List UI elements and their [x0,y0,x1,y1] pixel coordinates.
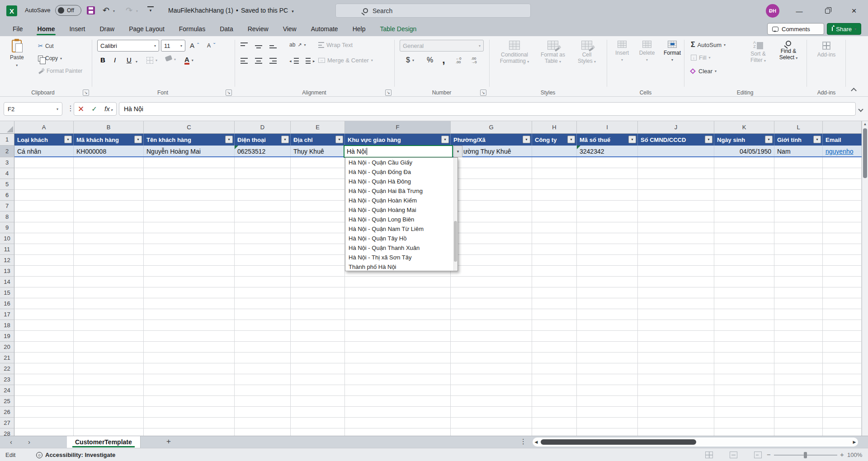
decrease-font-button[interactable]: A [207,42,215,49]
column-header-I[interactable]: I [577,121,638,134]
column-header-L[interactable]: L [774,121,823,134]
search-input[interactable]: Search [335,4,531,18]
row-header-10[interactable]: 10 [0,233,14,244]
tab-home[interactable]: Home [30,23,62,36]
cell-B2[interactable]: KH000008 [74,146,144,157]
scroll-up-icon[interactable]: ▲ [862,122,868,126]
row-header-17[interactable]: 17 [0,309,14,320]
filter-button[interactable]: ▾ [765,136,773,143]
increase-indent-button[interactable]: ▸ [306,58,315,64]
increase-font-button[interactable]: A [190,42,199,49]
align-middle-button[interactable] [255,42,262,48]
filter-button[interactable]: ▾ [134,136,142,143]
column-header-C[interactable]: C [144,121,235,134]
tab-table-design[interactable]: Table Design [373,23,424,36]
row-header-4[interactable]: 4 [0,168,14,179]
header-cell-L[interactable]: Giới tính▾ [774,134,823,146]
underline-chevron-icon[interactable]: ▾ [136,60,137,64]
add-sheet-button[interactable]: + [166,437,171,446]
row-header-25[interactable]: 25 [0,396,14,407]
insert-function-button[interactable]: fx ▾ [104,105,113,113]
page-break-view-button[interactable] [754,452,762,458]
header-cell-B[interactable]: Mã khách hàng▾ [74,134,144,146]
autosum-button[interactable]: Σ AutoSum ▾ [691,41,726,49]
column-header-E[interactable]: E [291,121,345,134]
zoom-out-button[interactable]: − [767,451,771,458]
formula-input[interactable]: Hà Nội [119,102,856,116]
column-header-D[interactable]: D [235,121,291,134]
tab-view[interactable]: View [276,23,304,36]
row-header-7[interactable]: 7 [0,201,14,212]
dropdown-item[interactable]: Hà Nội - Quận Nam Từ Liêm [345,224,458,234]
tab-insert[interactable]: Insert [62,23,92,36]
cancel-button[interactable]: ✕ [78,104,84,114]
select-all-corner[interactable] [0,121,14,134]
close-button[interactable]: × [844,0,864,22]
tab-data[interactable]: Data [212,23,241,36]
vertical-scrollbar[interactable]: ▲ [862,121,868,436]
tab-automate[interactable]: Automate [304,23,345,36]
header-cell-email[interactable]: Email [823,134,862,146]
cut-button[interactable]: ✂ Cut [38,42,54,49]
header-cell-A[interactable]: Loại khách▾ [14,134,74,146]
font-color-button[interactable]: A▾ [184,56,193,65]
filter-button[interactable]: ▾ [335,136,343,143]
align-bottom-button[interactable] [269,42,277,48]
dropdown-item[interactable]: Hà Nội - Quận Hoàn Kiếm [345,196,458,205]
paste-button[interactable]: Paste ▾ [10,40,24,69]
row-header-5[interactable]: 5 [0,179,14,190]
row-header-18[interactable]: 18 [0,320,14,331]
comma-style-button[interactable]: , [442,53,445,66]
copy-button[interactable]: Copy ▾ [38,55,62,61]
decrease-decimal-button[interactable]: .00→0 [471,57,476,64]
name-box[interactable]: F2 ▾ [4,102,62,116]
header-cell-D[interactable]: Điện thoại▾ [235,134,291,146]
align-left-button[interactable] [241,58,248,64]
zoom-slider[interactable] [774,455,837,456]
clipboard-dialog-launcher-icon[interactable]: ↘ [83,89,89,96]
row-header-19[interactable]: 19 [0,331,14,342]
sheet-options-icon[interactable]: ⋮ [520,437,527,446]
filter-button[interactable]: ▾ [441,136,449,143]
row-header-24[interactable]: 24 [0,385,14,396]
normal-view-button[interactable] [705,452,713,458]
filter-button[interactable]: ▾ [567,136,575,143]
column-header-H[interactable]: H [532,121,577,134]
alignment-dialog-launcher-icon[interactable]: ↘ [385,89,392,96]
align-top-button[interactable] [241,42,248,48]
comments-button[interactable]: Comments [767,23,824,35]
percent-button[interactable]: % [427,56,433,64]
share-button[interactable]: Share ▾ [827,23,861,35]
cell-L2[interactable]: Nam [774,146,823,157]
sheet-nav-next-icon[interactable]: › [28,438,30,446]
find-select-button[interactable]: Find &Select ▾ [775,41,802,61]
row-header-20[interactable]: 20 [0,342,14,353]
dropdown-item[interactable]: Hà Nội - Quận Hoàng Mai [345,205,458,215]
vertical-scrollbar-thumb[interactable] [863,128,867,178]
collapse-ribbon-icon[interactable] [851,88,857,94]
minimize-button[interactable]: — [789,0,810,22]
cell-J2[interactable] [638,146,714,157]
row-header-12[interactable]: 12 [0,255,14,266]
tab-review[interactable]: Review [241,23,276,36]
align-right-button[interactable] [269,58,277,64]
header-cell-C[interactable]: Tên khách hàng▾ [144,134,235,146]
row-header-23[interactable]: 23 [0,374,14,385]
dropdown-scrollbar[interactable] [453,158,458,271]
column-header-J[interactable]: J [638,121,714,134]
zoom-slider-thumb[interactable] [804,452,807,458]
row-header-3[interactable]: 3 [0,157,14,168]
dropdown-scrollbar-thumb[interactable] [454,221,457,262]
filter-button[interactable]: ▾ [813,136,821,143]
undo-icon[interactable]: ↶ [103,5,109,16]
tab-help[interactable]: Help [345,23,373,36]
dropdown-item[interactable]: Hà Nội - Quận Tây Hồ [345,234,458,243]
autosave-toggle[interactable]: Off [55,5,81,16]
row-header-28[interactable]: 28 [0,428,14,436]
row-header-27[interactable]: 27 [0,418,14,428]
tab-file[interactable]: File [5,23,30,36]
dropdown-item[interactable]: Hà Nội - Quận Thanh Xuân [345,243,458,253]
cell-D2[interactable]: 06253512 [235,146,291,157]
active-cell-editor[interactable]: Hà Nội [344,145,453,158]
filter-button[interactable]: ▾ [225,136,233,143]
